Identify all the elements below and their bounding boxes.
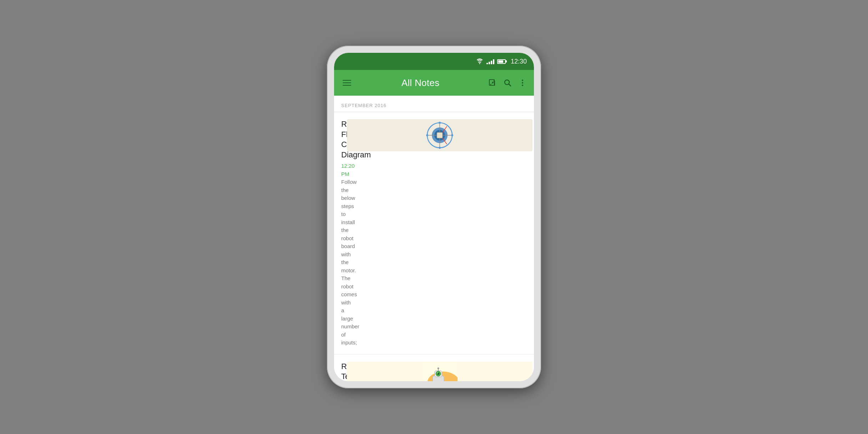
note-item-2[interactable]: Robot Team Check-in Meeting 12:15 PM Age…	[334, 354, 534, 381]
section-date: SEPTEMBER 2016	[341, 103, 527, 108]
note-body-1: Follow the below steps to install the ro…	[341, 179, 359, 345]
svg-point-18	[439, 147, 441, 149]
share-note-button[interactable]	[488, 79, 497, 87]
more-icon	[518, 79, 527, 87]
note-thumbnail-2	[347, 362, 533, 381]
phone-frame: 12:30 All Notes	[327, 46, 541, 388]
app-title: All Notes	[358, 77, 483, 89]
note-thumbnail-1	[347, 119, 533, 151]
svg-point-17	[439, 122, 441, 124]
svg-point-5	[522, 85, 523, 86]
status-bar: 12:30	[334, 53, 534, 70]
svg-rect-10	[437, 132, 443, 138]
battery-icon	[497, 59, 506, 64]
section-header-september: SEPTEMBER 2016	[334, 96, 534, 112]
search-icon	[503, 79, 512, 87]
svg-point-20	[451, 134, 453, 136]
svg-point-3	[522, 80, 523, 81]
app-bar: All Notes	[334, 70, 534, 96]
search-button[interactable]	[503, 79, 512, 87]
more-button[interactable]	[518, 79, 527, 87]
note-time-1: 12:20 PM	[341, 163, 355, 177]
svg-line-2	[509, 84, 511, 86]
svg-rect-0	[489, 80, 494, 85]
svg-point-29	[438, 367, 439, 369]
share-note-icon	[488, 79, 497, 87]
signal-icon	[486, 59, 494, 64]
svg-point-27	[437, 372, 438, 373]
phone-screen: 12:30 All Notes	[334, 53, 534, 381]
status-icons: 12:30	[476, 58, 527, 65]
notes-list: SEPTEMBER 2016 Robot Flux Capacitor Diag…	[334, 96, 534, 381]
menu-button[interactable]	[341, 79, 353, 87]
wifi-icon	[476, 59, 484, 64]
battery-fill	[498, 60, 503, 63]
svg-point-19	[426, 134, 428, 136]
circuit-thumbnail-svg	[424, 119, 456, 151]
svg-point-4	[522, 82, 523, 84]
note-item-1[interactable]: Robot Flux Capacitor Diagram 12:20 PM Fo…	[334, 112, 534, 354]
action-icons	[488, 79, 527, 87]
robot-thumbnail-svg	[422, 362, 458, 381]
status-time: 12:30	[511, 58, 527, 65]
